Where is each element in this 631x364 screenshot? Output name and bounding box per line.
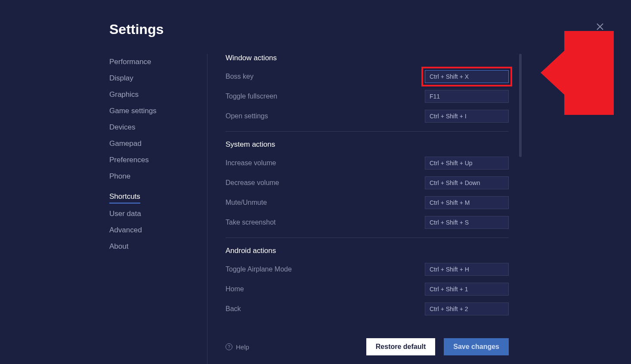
close-icon — [595, 22, 605, 32]
sidebar-item-about[interactable]: About — [109, 238, 194, 255]
shortcut-label: Mute/Unmute — [226, 199, 267, 207]
shortcut-row: Toggle Airplane ModeCtrl + Shift + H — [226, 263, 509, 276]
shortcut-input[interactable]: Ctrl + Shift + I — [425, 110, 509, 123]
shortcut-row: Decrease volumeCtrl + Shift + Down — [226, 176, 509, 189]
shortcut-label: Take screenshot — [226, 219, 276, 226]
section-title: System actions — [226, 140, 509, 149]
shortcut-label: Back — [226, 305, 241, 313]
shortcut-label: Decrease volume — [226, 179, 279, 187]
sidebar-item-phone[interactable]: Phone — [109, 168, 194, 185]
shortcut-label: Toggle fullscreen — [226, 93, 277, 100]
scrollbar[interactable] — [519, 54, 522, 157]
shortcut-input[interactable]: F11 — [425, 90, 509, 103]
sidebar-item-performance[interactable]: Performance — [109, 54, 194, 70]
shortcut-input[interactable]: Ctrl + Shift + X — [425, 70, 509, 83]
shortcut-row: Mute/UnmuteCtrl + Shift + M — [226, 196, 509, 209]
shortcut-input[interactable]: Ctrl + Shift + H — [425, 263, 509, 276]
shortcut-label: Increase volume — [226, 159, 276, 167]
shortcut-row: Toggle fullscreenF11 — [226, 90, 509, 103]
shortcut-input[interactable]: Ctrl + Shift + 1 — [425, 283, 509, 296]
sidebar-item-game-settings[interactable]: Game settings — [109, 103, 194, 119]
sidebar-item-devices[interactable]: Devices — [109, 119, 194, 136]
close-button[interactable] — [595, 22, 605, 32]
shortcut-input[interactable]: Ctrl + Shift + Down — [425, 176, 509, 189]
page-title: Settings — [109, 22, 164, 37]
sidebar-item-graphics[interactable]: Graphics — [109, 86, 194, 103]
sidebar-item-gamepad[interactable]: Gamepad — [109, 136, 194, 152]
sidebar: PerformanceDisplayGraphicsGame settingsD… — [109, 54, 207, 364]
help-icon: ? — [226, 343, 232, 350]
shortcut-row: Increase volumeCtrl + Shift + Up — [226, 157, 509, 170]
sidebar-item-advanced[interactable]: Advanced — [109, 222, 194, 238]
help-link[interactable]: ? Help — [226, 343, 249, 351]
section-divider — [226, 238, 509, 238]
shortcut-row: BackCtrl + Shift + 2 — [226, 302, 509, 315]
shortcut-input[interactable]: Ctrl + Shift + Up — [425, 157, 509, 170]
shortcut-input[interactable]: Ctrl + Shift + 2 — [425, 302, 509, 315]
section-title: Android actions — [226, 247, 509, 255]
section-title: Window actions — [226, 54, 509, 62]
shortcut-label: Toggle Airplane Mode — [226, 265, 292, 273]
shortcut-row: HomeCtrl + Shift + 1 — [226, 283, 509, 296]
sidebar-item-display[interactable]: Display — [109, 70, 194, 86]
shortcut-row: Take screenshotCtrl + Shift + S — [226, 216, 509, 229]
shortcut-row: Boss keyCtrl + Shift + X — [226, 70, 509, 83]
section-divider — [226, 131, 509, 132]
shortcut-label: Open settings — [226, 112, 268, 120]
shortcut-input[interactable]: Ctrl + Shift + S — [425, 216, 509, 229]
shortcut-label: Home — [226, 285, 244, 293]
sidebar-item-user-data[interactable]: User data — [109, 206, 194, 222]
save-changes-button[interactable]: Save changes — [444, 338, 509, 355]
restore-default-button[interactable]: Restore default — [366, 338, 435, 355]
shortcut-label: Boss key — [226, 73, 254, 80]
sidebar-item-shortcuts[interactable]: Shortcuts — [109, 188, 140, 204]
help-label: Help — [236, 343, 249, 351]
shortcut-input[interactable]: Ctrl + Shift + M — [425, 196, 509, 209]
shortcut-row: Open settingsCtrl + Shift + I — [226, 110, 509, 123]
sidebar-item-preferences[interactable]: Preferences — [109, 152, 194, 168]
